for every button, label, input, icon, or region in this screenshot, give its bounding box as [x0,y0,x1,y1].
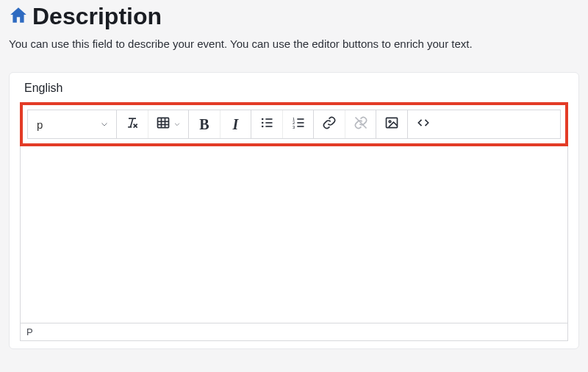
svg-point-12 [262,126,264,128]
link-button[interactable] [314,110,345,138]
clear-formatting-button[interactable] [117,110,148,138]
language-label: English [20,82,568,102]
link-icon [322,115,337,133]
format-select[interactable]: p [28,110,116,138]
page-subtitle: You can use this field to describe your … [9,37,579,50]
editor-container: P [20,146,568,341]
svg-point-11 [262,122,264,124]
table-icon [156,115,171,133]
editor-toolbar: p [27,110,561,139]
italic-button[interactable]: I [220,110,251,138]
image-button[interactable] [376,110,407,138]
svg-rect-5 [158,118,169,127]
toolbar-highlight: p [20,102,568,146]
chevron-down-icon [173,118,181,131]
bold-icon: B [199,116,209,133]
source-code-button[interactable] [408,110,439,138]
ordered-list-icon: 1 2 3 [291,115,306,133]
code-icon [416,115,431,133]
page-header: Description [9,3,579,30]
svg-point-24 [389,121,391,123]
table-button[interactable] [148,110,188,138]
format-select-value: p [37,118,43,131]
chevron-down-icon [100,118,109,131]
image-icon [384,115,399,133]
clear-formatting-icon [125,115,140,133]
svg-rect-23 [387,118,398,127]
editor-content-area[interactable] [21,146,567,323]
svg-text:3: 3 [293,125,295,129]
ordered-list-button[interactable]: 1 2 3 [282,110,313,138]
unordered-list-button[interactable] [251,110,282,138]
editor-panel: English p [9,72,579,349]
unlink-icon [354,115,368,133]
editor-path-bar[interactable]: P [21,323,567,340]
svg-line-1 [131,118,133,127]
italic-icon: I [233,116,239,133]
unordered-list-icon [259,115,274,133]
page-title: Description [32,3,162,30]
svg-point-10 [262,118,264,121]
home-icon [9,6,28,28]
bold-button[interactable]: B [189,110,220,138]
unlink-button[interactable] [345,110,376,138]
